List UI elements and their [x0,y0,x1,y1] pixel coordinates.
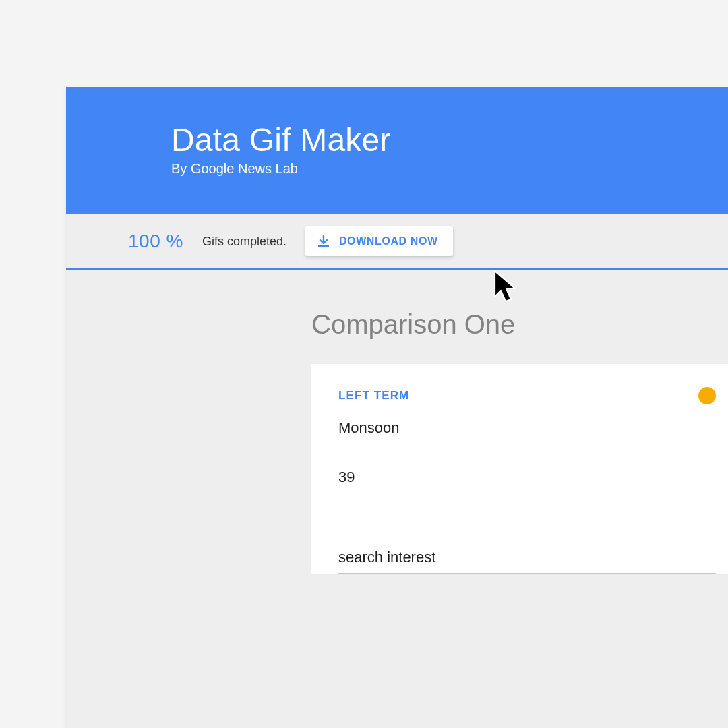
left-term-label: LEFT TERM [338,389,409,402]
hero-banner: Data Gif Maker By Google News Lab [66,87,728,214]
content-area: Comparison One LEFT TERM [66,270,728,574]
caption-input[interactable] [338,543,716,574]
left-term-color-swatch[interactable] [698,387,716,404]
app-title: Data Gif Maker [171,123,728,157]
app-subtitle: By Google News Lab [171,161,728,177]
progress-percent: 100 % [128,231,183,252]
app-window: Data Gif Maker By Google News Lab 100 % … [66,87,728,728]
progress-message: Gifs completed. [202,235,286,249]
comparison-title: Comparison One [311,309,728,340]
status-bar: 100 % Gifs completed. DOWNLOAD NOW [66,214,728,270]
left-term-card: LEFT TERM [311,364,728,574]
left-value-input[interactable] [338,463,716,493]
download-button-label: DOWNLOAD NOW [339,235,438,247]
download-button[interactable]: DOWNLOAD NOW [305,226,453,256]
left-term-input[interactable] [338,414,716,444]
download-icon [317,235,330,247]
